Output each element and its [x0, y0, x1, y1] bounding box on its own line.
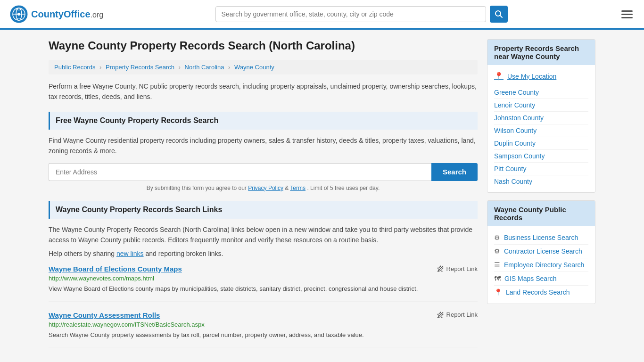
search-description: Find Wayne County residential property r… [49, 135, 478, 156]
link-item: Wayne Board of Elections County Maps Rep… [49, 265, 478, 302]
new-links-link[interactable]: new links [116, 250, 144, 257]
link-url: http://www.waynevotes.com/maps.html [49, 275, 478, 282]
nearby-counties-section: Property Records Search near Wayne Count… [487, 39, 595, 193]
location-pin-icon: 📍 [494, 72, 504, 81]
breadcrumb-property-records-search[interactable]: Property Records Search [106, 64, 174, 71]
privacy-policy-link[interactable]: Privacy Policy [248, 185, 283, 191]
svg-line-6 [500, 16, 502, 18]
contractor-license-search-link[interactable]: ⚙ Contractor License Search [494, 245, 588, 258]
link-url: http://realestate.waynegov.com/ITSNet/Ba… [49, 321, 478, 328]
svg-point-4 [17, 13, 20, 16]
list-icon: ☰ [494, 261, 500, 269]
employee-directory-search-link[interactable]: ☰ Employee Directory Search [494, 258, 588, 272]
business-license-search-link[interactable]: ⚙ Business License Search [494, 231, 588, 245]
link-description: View Wayne Board of Elections county map… [49, 284, 478, 294]
share-text: Help others by sharing new links and rep… [49, 250, 478, 257]
header-search-button[interactable] [490, 6, 508, 23]
land-records-search-link[interactable]: 📍 Land Records Search [494, 286, 588, 299]
logo-text: CountyOffice.org [31, 9, 103, 20]
header-search-input[interactable] [215, 6, 486, 22]
link-item-title[interactable]: Wayne County Assessment Rolls [49, 311, 160, 319]
gear-icon: ⚙ [494, 247, 500, 255]
sidebar-county-link[interactable]: Nash County [494, 175, 588, 188]
gear-icon: ⚙ [494, 234, 500, 241]
links-description: The Wayne County Property Records Search… [49, 224, 478, 246]
address-search-input[interactable] [49, 163, 431, 181]
links-section-header: Wayne County Property Records Search Lin… [49, 201, 478, 219]
breadcrumb-wayne-county[interactable]: Wayne County [234, 64, 274, 71]
report-link-button[interactable]: Report Link [437, 311, 478, 319]
terms-link[interactable]: Terms [290, 185, 305, 191]
link-item-title[interactable]: Wayne Board of Elections County Maps [49, 265, 182, 273]
public-records-section: Wayne County Public Records ⚙ Business L… [487, 200, 595, 304]
report-link-button[interactable]: Report Link [437, 265, 478, 272]
free-search-header: Free Wayne County Property Records Searc… [49, 112, 478, 130]
hamburger-menu-button[interactable] [619, 8, 635, 20]
breadcrumb-north-carolina[interactable]: North Carolina [185, 64, 224, 71]
public-records-header: Wayne County Public Records [487, 201, 595, 226]
pin-icon: 📍 [494, 288, 502, 296]
sidebar-county-link[interactable]: Pitt County [494, 163, 588, 175]
map-icon: 🗺 [494, 275, 501, 282]
sidebar-county-link[interactable]: Lenoir County [494, 99, 588, 112]
breadcrumb-public-records[interactable]: Public Records [54, 64, 95, 71]
sidebar-county-link[interactable]: Sampson County [494, 150, 588, 163]
link-item: Wayne County Assessment Rolls Report Lin… [49, 311, 478, 348]
logo[interactable]: CountyOffice.org [9, 5, 103, 24]
form-disclaimer: By submitting this form you agree to our… [49, 185, 478, 191]
nearby-header: Property Records Search near Wayne Count… [487, 40, 595, 65]
sidebar-county-link[interactable]: Greene County [494, 86, 588, 99]
sidebar-county-link[interactable]: Duplin County [494, 137, 588, 150]
address-search-button[interactable]: Search [431, 163, 478, 181]
link-description: Search Wayne County property assessments… [49, 330, 478, 340]
page-title: Wayne County Property Records Search (No… [49, 39, 478, 52]
sidebar-county-link[interactable]: Wilson County [494, 124, 588, 137]
breadcrumb: Public Records › Property Records Search… [49, 60, 478, 74]
gis-maps-search-link[interactable]: 🗺 GIS Maps Search [494, 272, 588, 286]
intro-description: Perform a free Wayne County, NC public p… [49, 81, 478, 102]
use-my-location-button[interactable]: 📍 Use My Location [494, 70, 556, 82]
sidebar-county-link[interactable]: Johnston County [494, 112, 588, 124]
